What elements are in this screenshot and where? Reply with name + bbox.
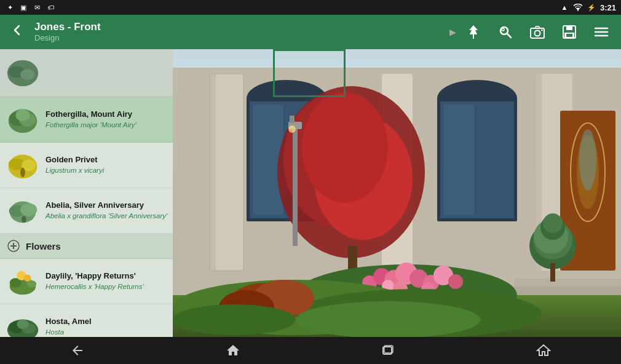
svg-rect-10 — [566, 34, 572, 37]
status-bar-right: ▲ ⚡ 3:21 — [560, 2, 616, 12]
plant-info: Abelia, Silver Anniversary Abelia x gran… — [45, 200, 168, 221]
plant-name: Abelia, Silver Anniversary — [45, 200, 168, 211]
plant-scientific: Hemerocallis x 'Happy Returns' — [45, 282, 168, 291]
expand-icon: ▶ — [449, 27, 456, 37]
plant-name: Fothergilla, Mount Airy — [45, 109, 168, 120]
main-content: Fothergilla, Mount Airy Fothergilla majo… — [0, 49, 621, 337]
plant-thumbnail — [5, 193, 41, 229]
recents-nav-button[interactable] — [363, 337, 413, 364]
plant-thumbnail — [5, 102, 41, 138]
clock: 3:21 — [600, 3, 616, 12]
svg-point-24 — [20, 167, 25, 176]
svg-point-62 — [579, 129, 596, 191]
svg-rect-8 — [566, 26, 572, 30]
home-nav-button[interactable] — [208, 337, 258, 364]
bottom-nav — [0, 337, 621, 364]
garden-view — [173, 49, 621, 337]
svg-rect-69 — [550, 263, 555, 282]
list-item[interactable]: Hosta, Amel Hosta — [0, 304, 173, 337]
svg-rect-97 — [293, 123, 298, 246]
plant-name: Daylily, 'Happy Returns' — [45, 271, 168, 282]
plant-thumbnail — [5, 309, 41, 338]
mail-icon: ✉ — [32, 2, 42, 12]
svg-rect-58 — [443, 105, 474, 215]
back-arrow-icon — [10, 23, 24, 41]
plant-scientific: Fothergilla major 'Mount Airy' — [45, 121, 168, 130]
list-item[interactable] — [0, 49, 173, 97]
notification-icon: ✦ — [5, 2, 15, 12]
save-button[interactable] — [555, 17, 584, 47]
svg-point-3 — [502, 28, 504, 31]
plant-info: Fothergilla, Mount Airy Fothergilla majo… — [45, 109, 168, 130]
status-bar-left: ✦ ▣ ✉ 🏷 — [5, 2, 55, 12]
svg-line-2 — [507, 34, 512, 38]
project-subtitle: Design — [34, 33, 449, 43]
plant-thumbnail — [5, 55, 41, 91]
svg-rect-99 — [290, 116, 295, 123]
list-item[interactable]: Golden Privet Ligustrum x vicaryi — [0, 143, 173, 188]
svg-point-16 — [20, 69, 34, 79]
flowers-label: Flowers — [26, 241, 61, 251]
plant-thumbnail — [5, 148, 41, 183]
svg-point-35 — [24, 274, 31, 282]
svg-rect-63 — [517, 271, 621, 280]
svg-point-95 — [296, 301, 480, 337]
svg-point-27 — [20, 203, 37, 216]
svg-point-100 — [288, 125, 296, 133]
wifi-icon — [573, 2, 583, 12]
svg-rect-47 — [210, 74, 216, 271]
plant-name: Golden Privet — [45, 155, 168, 165]
plant-info: Golden Privet Ligustrum x vicaryi — [45, 155, 168, 176]
svg-point-28 — [22, 215, 26, 223]
svg-point-96 — [173, 304, 296, 335]
svg-rect-64 — [514, 279, 621, 288]
battery-icon: ⚡ — [587, 2, 596, 12]
plant-info: Hosta, Amel Hosta — [45, 317, 168, 337]
svg-point-5 — [535, 31, 540, 36]
menu-button[interactable] — [587, 17, 616, 47]
list-item[interactable]: Daylily, 'Happy Returns' Hemerocallis x … — [0, 259, 173, 304]
signal-icon: ▲ — [560, 2, 569, 12]
plant-info: Daylily, 'Happy Returns' Hemerocallis x … — [45, 271, 168, 292]
svg-rect-6 — [541, 30, 543, 31]
back-button[interactable] — [0, 15, 34, 49]
svg-point-36 — [27, 280, 36, 288]
plant-scientific: Abelia x grandiflora 'Silver Anniversary… — [45, 212, 168, 221]
photo-icon: ▣ — [18, 2, 28, 12]
status-bar: ✦ ▣ ✉ 🏷 ▲ ⚡ 3:21 — [0, 0, 621, 15]
search-plant-button[interactable] — [491, 17, 520, 47]
list-item[interactable]: Fothergilla, Mount Airy Fothergilla majo… — [0, 97, 173, 143]
collapse-icon — [6, 239, 21, 253]
plant-scientific: Ligustrum x vicaryi — [45, 166, 168, 175]
svg-point-20 — [15, 109, 30, 121]
svg-point-71 — [543, 213, 563, 233]
camera-button[interactable] — [523, 17, 552, 47]
keyboard-nav-button[interactable] — [519, 337, 568, 364]
back-nav-button[interactable] — [53, 337, 102, 364]
plant-scientific: Hosta — [45, 328, 168, 337]
svg-point-75 — [302, 92, 388, 203]
plant-list[interactable]: Fothergilla, Mount Airy Fothergilla majo… — [0, 49, 173, 337]
plant-name: Hosta, Amel — [45, 317, 168, 327]
svg-point-40 — [17, 319, 28, 328]
app-bar-actions — [459, 17, 621, 47]
store-icon: 🏷 — [45, 2, 55, 12]
tree-button[interactable] — [459, 17, 488, 47]
app-bar: Jones - Front Design ▶ — [0, 15, 621, 49]
project-title: Jones - Front — [34, 21, 449, 33]
svg-point-86 — [448, 274, 463, 289]
svg-point-0 — [577, 10, 579, 11]
app-bar-title: Jones - Front Design — [34, 21, 449, 43]
list-item[interactable]: Abelia, Silver Anniversary Abelia x gran… — [0, 188, 173, 234]
flowers-section-header[interactable]: Flowers — [0, 234, 173, 259]
plant-thumbnail — [5, 264, 41, 299]
